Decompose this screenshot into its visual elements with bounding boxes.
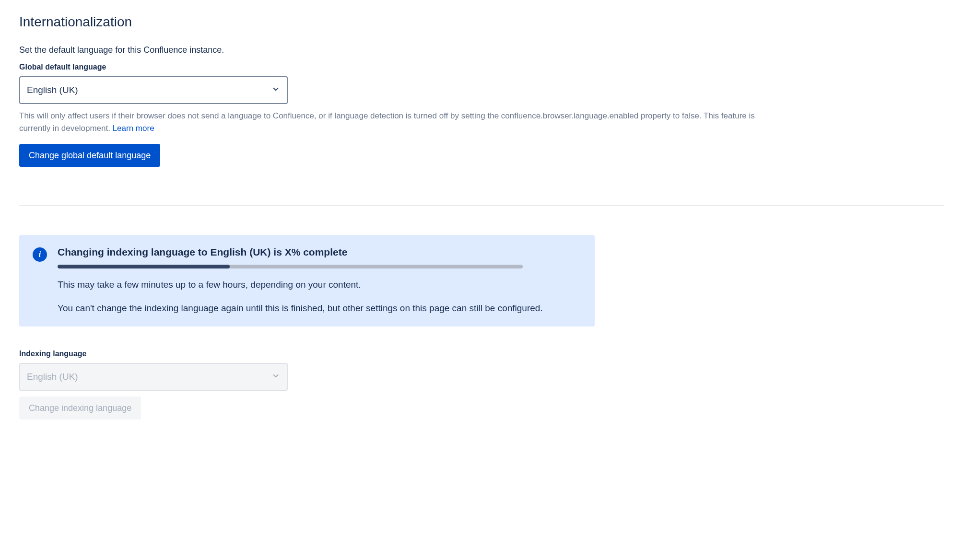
info-icon: i	[33, 247, 47, 262]
progress-panel-title: Changing indexing language to English (U…	[58, 246, 581, 258]
progress-bar	[58, 265, 523, 268]
progress-panel-line1: This may take a few minutes up to a few …	[58, 278, 581, 292]
indexing-language-selected-value: English (UK)	[27, 372, 78, 382]
progress-panel-line2: You can't change the indexing language a…	[58, 302, 581, 315]
page-title: Internationalization	[19, 14, 944, 30]
learn-more-link[interactable]: Learn more	[113, 124, 154, 133]
global-language-label: Global default language	[19, 63, 944, 71]
indexing-language-select: English (UK)	[19, 363, 288, 391]
section-divider	[19, 205, 944, 206]
global-language-helper-text: This will only affect users if their bro…	[19, 110, 787, 134]
progress-bar-fill	[58, 265, 230, 268]
change-global-language-button[interactable]: Change global default language	[19, 144, 160, 167]
progress-info-panel: i Changing indexing language to English …	[19, 235, 595, 327]
global-language-select[interactable]: English (UK)	[19, 76, 288, 104]
global-language-description: Set the default language for this Conflu…	[19, 45, 944, 55]
global-language-selected-value: English (UK)	[27, 85, 78, 95]
change-indexing-language-button: Change indexing language	[19, 397, 141, 420]
indexing-language-label: Indexing language	[19, 350, 944, 358]
